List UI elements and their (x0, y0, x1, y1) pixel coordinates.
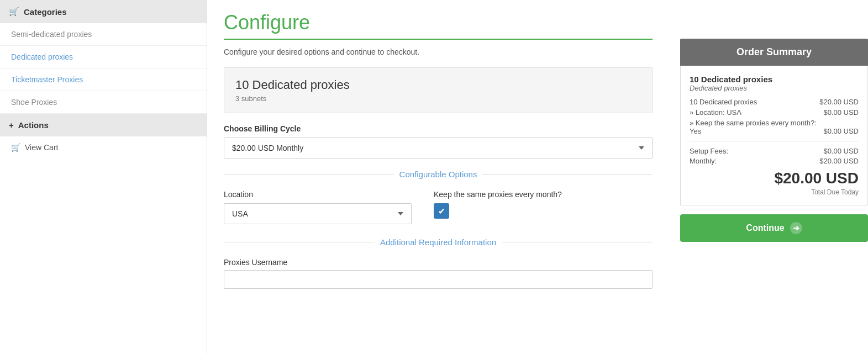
sidebar-item-semi-dedicated[interactable]: Semi-dedicated proxies (0, 23, 207, 46)
checkmark-icon: ✔ (438, 206, 445, 216)
os-divider (690, 141, 859, 141)
continue-label: Continue (746, 223, 784, 233)
keep-same-checkbox[interactable]: ✔ (434, 203, 449, 219)
sidebar: 🛒 Categories Semi-dedicated proxies Dedi… (0, 0, 207, 354)
sidebar-item-label: Shoe Proxies (11, 98, 57, 107)
actions-header: + Actions (0, 114, 207, 136)
keep-same-label: Keep the same proxies every month? (434, 190, 562, 199)
order-summary: Order Summary 10 Dedicated proxies Dedic… (680, 39, 868, 253)
location-select[interactable]: USA (224, 203, 412, 224)
divider-left (224, 242, 375, 242)
main-content: Configure Configure your desired options… (207, 0, 669, 354)
sidebar-item-shoe[interactable]: Shoe Proxies (0, 91, 207, 114)
os-line-3: » Keep the same proxies every month?: Ye… (690, 119, 859, 135)
os-line-1: 10 Dedicated proxies $20.00 USD (690, 98, 859, 106)
os-line-2-label: » Location: USA (690, 108, 741, 117)
sidebar-item-ticketmaster[interactable]: Ticketmaster Proxies (0, 68, 207, 91)
os-monthly-value: $20.00 USD (819, 157, 859, 165)
keep-same-checkbox-group: ✔ (434, 203, 562, 219)
view-cart-label: View Cart (25, 143, 58, 152)
divider-right (502, 242, 653, 242)
product-sub: 3 subnets (235, 94, 641, 103)
configurable-options-divider: Configurable Options (224, 170, 653, 179)
location-label: Location (224, 190, 412, 199)
order-summary-body: 10 Dedicated proxies Dedicated proxies 1… (680, 66, 868, 205)
os-line-3-value: Yes (690, 127, 701, 135)
additional-info-divider: Additional Required Information (224, 237, 653, 247)
arrow-right-icon: ➜ (790, 222, 802, 234)
right-panel: Order Summary 10 Dedicated proxies Dedic… (669, 0, 868, 354)
categories-label: Categories (24, 7, 67, 17)
order-summary-header: Order Summary (680, 39, 868, 66)
os-total-due-label: Total Due Today (690, 188, 859, 196)
cart-icon: 🛒 (9, 7, 19, 17)
sidebar-item-label: Semi-dedicated proxies (11, 30, 92, 39)
proxies-username-label: Proxies Username (224, 258, 653, 267)
os-line-1-value: $20.00 USD (819, 98, 859, 106)
proxies-username-input[interactable] (224, 270, 653, 289)
os-product-sub: Dedicated proxies (690, 84, 859, 92)
sidebar-item-dedicated[interactable]: Dedicated proxies (0, 46, 207, 68)
billing-label: Choose Billing Cycle (224, 124, 653, 133)
view-cart-item[interactable]: 🛒 View Cart (0, 136, 207, 158)
sidebar-item-label: Ticketmaster Proxies (11, 75, 83, 84)
page-title: Configure (224, 11, 653, 40)
page-subtitle: Configure your desired options and conti… (224, 47, 653, 56)
cart-icon: 🛒 (11, 143, 20, 152)
actions-label: Actions (18, 120, 49, 130)
continue-button[interactable]: Continue ➜ (680, 214, 868, 242)
os-total: $20.00 USD (690, 170, 859, 187)
os-setup-fees: Setup Fees: $0.00 USD (690, 147, 859, 155)
billing-cycle-select[interactable]: $20.00 USD Monthly (224, 138, 653, 158)
keep-same-group: Keep the same proxies every month? ✔ (434, 190, 562, 219)
os-line-3-label: » Keep the same proxies every month?: (690, 119, 817, 127)
os-setup-label: Setup Fees: (690, 147, 728, 155)
os-setup-value: $0.00 USD (823, 147, 859, 155)
os-line-3-price: $0.00 USD (823, 127, 859, 135)
os-monthly-label: Monthly: (690, 157, 717, 165)
categories-header: 🛒 Categories (0, 0, 207, 23)
os-product-name: 10 Dedicated proxies (690, 75, 859, 84)
product-box: 10 Dedicated proxies 3 subnets (224, 67, 653, 113)
sidebar-item-label: Dedicated proxies (11, 52, 73, 61)
config-row: Location USA Keep the same proxies every… (224, 190, 653, 224)
location-group: Location USA (224, 190, 412, 224)
additional-info-label: Additional Required Information (380, 237, 496, 247)
product-name: 10 Dedicated proxies (235, 78, 641, 92)
os-line-1-label: 10 Dedicated proxies (690, 98, 757, 106)
os-line-2-value: $0.00 USD (823, 108, 859, 117)
configurable-options-label: Configurable Options (399, 170, 477, 179)
os-monthly: Monthly: $20.00 USD (690, 157, 859, 165)
os-line-2: » Location: USA $0.00 USD (690, 108, 859, 117)
plus-icon: + (9, 120, 14, 130)
divider-right (482, 174, 653, 175)
divider-left (224, 174, 394, 175)
